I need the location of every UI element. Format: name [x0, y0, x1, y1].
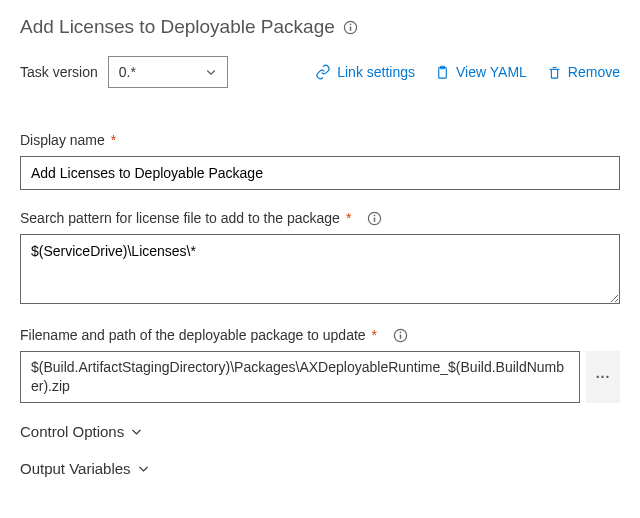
chevron-down-icon: [137, 462, 150, 475]
required-marker: *: [346, 210, 351, 226]
view-yaml-label: View YAML: [456, 64, 527, 80]
info-icon[interactable]: [367, 211, 382, 226]
task-version-label: Task version: [20, 64, 98, 80]
browse-button[interactable]: ···: [586, 351, 620, 403]
ellipsis-icon: ···: [596, 369, 611, 385]
control-options-label: Control Options: [20, 423, 124, 440]
control-options-section[interactable]: Control Options: [20, 423, 620, 440]
chevron-down-icon: [205, 66, 217, 78]
info-icon[interactable]: [343, 20, 358, 35]
page-title: Add Licenses to Deployable Package: [20, 16, 335, 38]
clipboard-icon: [435, 65, 450, 80]
link-settings-button[interactable]: Link settings: [315, 64, 415, 80]
search-pattern-input[interactable]: [20, 234, 620, 304]
filename-input[interactable]: $(Build.ArtifactStagingDirectory)\Packag…: [20, 351, 580, 403]
remove-label: Remove: [568, 64, 620, 80]
search-pattern-label: Search pattern for license file to add t…: [20, 210, 340, 226]
link-settings-label: Link settings: [337, 64, 415, 80]
required-marker: *: [111, 132, 116, 148]
svg-point-7: [374, 214, 376, 216]
svg-point-10: [400, 331, 402, 333]
remove-button[interactable]: Remove: [547, 64, 620, 80]
display-name-input[interactable]: [20, 156, 620, 190]
filename-label: Filename and path of the deployable pack…: [20, 327, 366, 343]
task-version-dropdown[interactable]: 0.*: [108, 56, 228, 88]
trash-icon: [547, 65, 562, 80]
svg-point-2: [349, 23, 351, 25]
output-variables-section[interactable]: Output Variables: [20, 460, 620, 477]
link-icon: [315, 64, 331, 80]
output-variables-label: Output Variables: [20, 460, 131, 477]
info-icon[interactable]: [393, 328, 408, 343]
chevron-down-icon: [130, 425, 143, 438]
view-yaml-button[interactable]: View YAML: [435, 64, 527, 80]
display-name-label: Display name: [20, 132, 105, 148]
required-marker: *: [372, 327, 377, 343]
task-version-value: 0.*: [119, 64, 136, 80]
